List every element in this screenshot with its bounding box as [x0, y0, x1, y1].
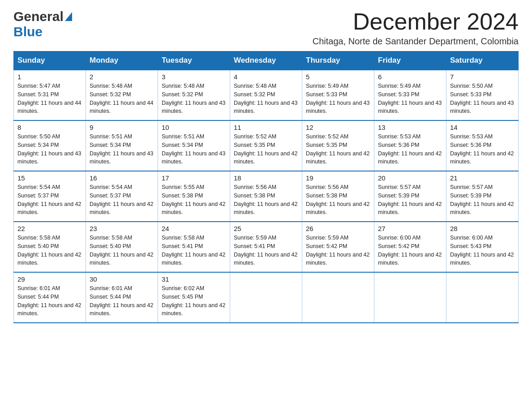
day-info: Sunrise: 5:50 AMSunset: 5:33 PMDaylight:…: [450, 82, 515, 116]
day-number: 7: [450, 73, 515, 81]
day-number: 4: [234, 73, 298, 81]
calendar-week-row: 22Sunrise: 5:58 AMSunset: 5:40 PMDayligh…: [14, 222, 519, 272]
day-info: Sunrise: 5:55 AMSunset: 5:38 PMDaylight:…: [162, 183, 226, 217]
calendar-day-cell: 14Sunrise: 5:53 AMSunset: 5:36 PMDayligh…: [446, 120, 519, 171]
calendar-day-cell: 21Sunrise: 5:57 AMSunset: 5:39 PMDayligh…: [446, 171, 519, 222]
day-number: 18: [234, 174, 298, 182]
day-info: Sunrise: 5:53 AMSunset: 5:36 PMDaylight:…: [450, 133, 515, 166]
calendar-day-cell: 25Sunrise: 5:59 AMSunset: 5:41 PMDayligh…: [230, 222, 302, 272]
calendar-day-cell: 6Sunrise: 5:49 AMSunset: 5:33 PMDaylight…: [374, 70, 446, 120]
calendar-day-cell: [374, 272, 446, 323]
day-info: Sunrise: 5:52 AMSunset: 5:35 PMDaylight:…: [234, 133, 298, 166]
calendar-day-cell: 16Sunrise: 5:54 AMSunset: 5:37 PMDayligh…: [86, 171, 158, 222]
calendar-day-cell: 31Sunrise: 6:02 AMSunset: 5:45 PMDayligh…: [158, 272, 230, 323]
day-info: Sunrise: 5:58 AMSunset: 5:40 PMDaylight:…: [90, 234, 154, 267]
day-number: 26: [306, 225, 370, 232]
location-subtitle: Chitaga, Norte de Santander Department, …: [313, 36, 519, 47]
day-number: 20: [378, 174, 442, 182]
calendar-day-cell: 30Sunrise: 6:01 AMSunset: 5:44 PMDayligh…: [86, 272, 158, 323]
calendar-day-header: Sunday: [14, 51, 86, 70]
calendar-day-cell: 24Sunrise: 5:58 AMSunset: 5:41 PMDayligh…: [158, 222, 230, 272]
calendar-day-cell: 2Sunrise: 5:48 AMSunset: 5:32 PMDaylight…: [86, 70, 158, 120]
calendar-day-header: Wednesday: [230, 51, 302, 70]
logo-arrow-icon: [65, 12, 72, 21]
day-info: Sunrise: 5:56 AMSunset: 5:38 PMDaylight:…: [306, 183, 370, 217]
calendar-day-cell: 7Sunrise: 5:50 AMSunset: 5:33 PMDaylight…: [446, 70, 519, 120]
page-header: General Blue December 2024 Chitaga, Nort…: [13, 9, 519, 47]
calendar-day-cell: 22Sunrise: 5:58 AMSunset: 5:40 PMDayligh…: [14, 222, 86, 272]
day-number: 24: [162, 225, 226, 232]
day-info: Sunrise: 5:51 AMSunset: 5:34 PMDaylight:…: [162, 133, 226, 166]
day-info: Sunrise: 5:48 AMSunset: 5:32 PMDaylight:…: [162, 82, 226, 116]
calendar-week-row: 15Sunrise: 5:54 AMSunset: 5:37 PMDayligh…: [14, 171, 519, 222]
day-info: Sunrise: 5:59 AMSunset: 5:42 PMDaylight:…: [306, 234, 370, 267]
calendar-week-row: 1Sunrise: 5:47 AMSunset: 5:31 PMDaylight…: [14, 70, 519, 120]
day-number: 28: [450, 225, 515, 232]
day-info: Sunrise: 5:47 AMSunset: 5:31 PMDaylight:…: [17, 82, 82, 116]
day-number: 27: [378, 225, 442, 232]
calendar-day-cell: 13Sunrise: 5:53 AMSunset: 5:36 PMDayligh…: [374, 120, 446, 171]
day-number: 11: [234, 124, 298, 131]
logo-blue-text: Blue: [13, 24, 43, 39]
calendar-day-cell: 17Sunrise: 5:55 AMSunset: 5:38 PMDayligh…: [158, 171, 230, 222]
day-info: Sunrise: 5:58 AMSunset: 5:41 PMDaylight:…: [162, 234, 226, 267]
day-number: 1: [17, 73, 82, 81]
day-number: 31: [162, 275, 226, 283]
calendar-week-row: 8Sunrise: 5:50 AMSunset: 5:34 PMDaylight…: [14, 120, 519, 171]
day-info: Sunrise: 5:54 AMSunset: 5:37 PMDaylight:…: [90, 183, 154, 217]
day-number: 25: [234, 225, 298, 232]
calendar-day-cell: 11Sunrise: 5:52 AMSunset: 5:35 PMDayligh…: [230, 120, 302, 171]
day-number: 23: [90, 225, 154, 232]
day-info: Sunrise: 5:56 AMSunset: 5:38 PMDaylight:…: [234, 183, 298, 217]
day-number: 13: [378, 124, 442, 131]
day-info: Sunrise: 6:01 AMSunset: 5:44 PMDaylight:…: [90, 284, 154, 318]
logo: General Blue: [13, 9, 72, 39]
day-info: Sunrise: 6:00 AMSunset: 5:43 PMDaylight:…: [450, 234, 515, 267]
day-info: Sunrise: 6:02 AMSunset: 5:45 PMDaylight:…: [162, 284, 226, 318]
title-section: December 2024 Chitaga, Norte de Santande…: [313, 9, 519, 47]
calendar-day-cell: [302, 272, 374, 323]
calendar-day-cell: 15Sunrise: 5:54 AMSunset: 5:37 PMDayligh…: [14, 171, 86, 222]
calendar-day-cell: 10Sunrise: 5:51 AMSunset: 5:34 PMDayligh…: [158, 120, 230, 171]
day-number: 17: [162, 174, 226, 182]
day-info: Sunrise: 5:52 AMSunset: 5:35 PMDaylight:…: [306, 133, 370, 166]
day-info: Sunrise: 5:51 AMSunset: 5:34 PMDaylight:…: [90, 133, 154, 166]
day-info: Sunrise: 6:00 AMSunset: 5:42 PMDaylight:…: [378, 234, 442, 267]
day-number: 3: [162, 73, 226, 81]
calendar-day-cell: 29Sunrise: 6:01 AMSunset: 5:44 PMDayligh…: [14, 272, 86, 323]
calendar-day-header: Friday: [374, 51, 446, 70]
calendar-day-cell: 26Sunrise: 5:59 AMSunset: 5:42 PMDayligh…: [302, 222, 374, 272]
day-number: 2: [90, 73, 154, 81]
calendar-day-cell: 8Sunrise: 5:50 AMSunset: 5:34 PMDaylight…: [14, 120, 86, 171]
day-info: Sunrise: 5:49 AMSunset: 5:33 PMDaylight:…: [378, 82, 442, 116]
calendar-day-cell: 18Sunrise: 5:56 AMSunset: 5:38 PMDayligh…: [230, 171, 302, 222]
day-info: Sunrise: 5:49 AMSunset: 5:33 PMDaylight:…: [306, 82, 370, 116]
day-number: 19: [306, 174, 370, 182]
calendar-day-cell: 20Sunrise: 5:57 AMSunset: 5:39 PMDayligh…: [374, 171, 446, 222]
day-number: 6: [378, 73, 442, 81]
calendar-day-cell: 4Sunrise: 5:48 AMSunset: 5:32 PMDaylight…: [230, 70, 302, 120]
month-title: December 2024: [313, 9, 519, 34]
calendar-day-cell: 9Sunrise: 5:51 AMSunset: 5:34 PMDaylight…: [86, 120, 158, 171]
day-info: Sunrise: 5:57 AMSunset: 5:39 PMDaylight:…: [450, 183, 515, 217]
day-number: 22: [17, 225, 82, 232]
day-info: Sunrise: 5:54 AMSunset: 5:37 PMDaylight:…: [17, 183, 82, 217]
calendar-day-cell: [230, 272, 302, 323]
day-info: Sunrise: 5:48 AMSunset: 5:32 PMDaylight:…: [90, 82, 154, 116]
day-info: Sunrise: 5:59 AMSunset: 5:41 PMDaylight:…: [234, 234, 298, 267]
calendar-day-header: Thursday: [302, 51, 374, 70]
calendar-day-header: Monday: [86, 51, 158, 70]
day-number: 15: [17, 174, 82, 182]
calendar-day-header: Tuesday: [158, 51, 230, 70]
calendar-day-cell: 28Sunrise: 6:00 AMSunset: 5:43 PMDayligh…: [446, 222, 519, 272]
day-number: 5: [306, 73, 370, 81]
calendar-day-cell: [446, 272, 519, 323]
calendar-day-header: Saturday: [446, 51, 519, 70]
calendar-day-cell: 27Sunrise: 6:00 AMSunset: 5:42 PMDayligh…: [374, 222, 446, 272]
day-number: 16: [90, 174, 154, 182]
calendar-day-cell: 3Sunrise: 5:48 AMSunset: 5:32 PMDaylight…: [158, 70, 230, 120]
day-info: Sunrise: 5:50 AMSunset: 5:34 PMDaylight:…: [17, 133, 82, 166]
day-info: Sunrise: 5:57 AMSunset: 5:39 PMDaylight:…: [378, 183, 442, 217]
logo-general-text: General: [13, 9, 64, 24]
day-number: 8: [17, 124, 82, 131]
